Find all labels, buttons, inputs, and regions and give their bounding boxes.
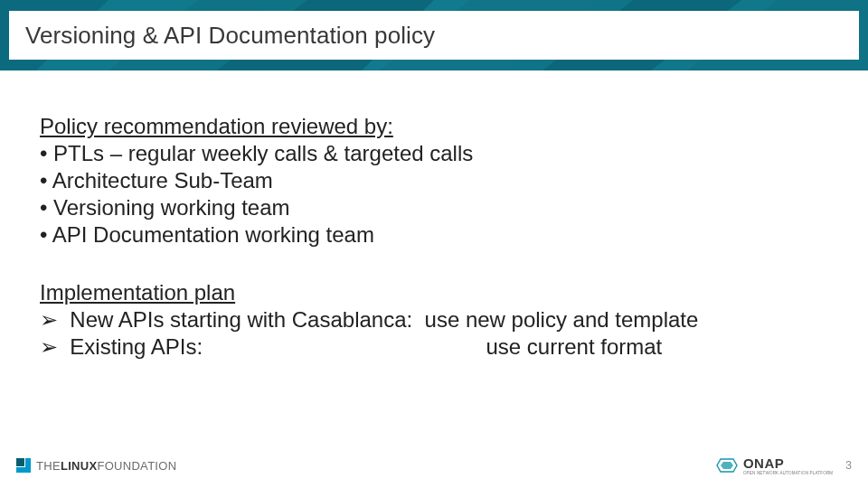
svg-rect-9 (25, 458, 31, 473)
plan-item: ➢ Existing APIs: use current format (40, 333, 835, 361)
svg-marker-11 (721, 462, 733, 469)
onap-logo: ONAP OPEN NETWORK AUTOMATION PLATFORM (716, 455, 833, 476)
onap-logo-text: ONAP (743, 455, 833, 471)
onap-mark-icon (716, 457, 738, 474)
review-item: • API Documentation working team (40, 221, 835, 249)
review-heading: Policy recommendation reviewed by: (40, 113, 835, 140)
slide-footer: THELINUXFOUNDATION ONAP OPEN NETWORK AUT… (0, 448, 868, 488)
slide-title: Versioning & API Documentation policy (25, 22, 435, 50)
title-bar: Versioning & API Documentation policy (9, 11, 859, 60)
page-number: 3 (845, 459, 852, 472)
plan-heading: Implementation plan (40, 279, 835, 306)
footer-right: ONAP OPEN NETWORK AUTOMATION PLATFORM 3 (716, 455, 852, 476)
lf-logo-text: THELINUXFOUNDATION (36, 459, 176, 473)
lf-mark-icon (16, 458, 31, 473)
review-item: • PTLs – regular weekly calls & targeted… (40, 140, 835, 167)
review-item: • Versioning working team (40, 194, 835, 221)
linux-foundation-logo: THELINUXFOUNDATION (16, 458, 176, 473)
svg-rect-7 (16, 458, 24, 466)
onap-logo-subtext: OPEN NETWORK AUTOMATION PLATFORM (743, 472, 833, 476)
slide-body: Policy recommendation reviewed by: • PTL… (40, 113, 835, 361)
plan-item: ➢ New APIs starting with Casablanca: use… (40, 306, 835, 333)
review-item: • Architecture Sub-Team (40, 167, 835, 194)
title-banner: Versioning & API Documentation policy (0, 0, 868, 70)
